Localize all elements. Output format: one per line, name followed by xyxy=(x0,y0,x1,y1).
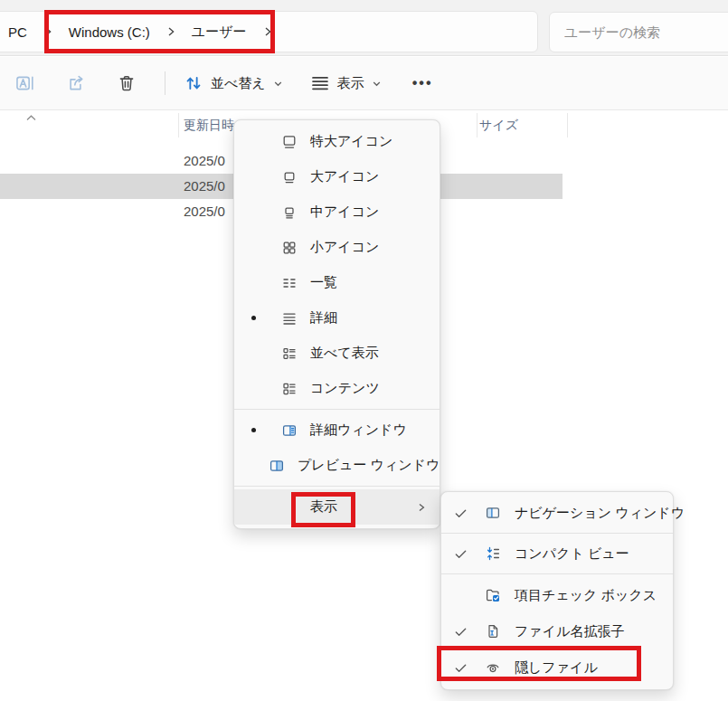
date-modified-cell: 2025/0 xyxy=(184,148,225,174)
column-divider[interactable] xyxy=(567,113,568,137)
show-submenu: ナビゲーション ウィンドウ コンパクト ビュー 項目チェック ボックス xyxy=(440,491,674,690)
menu-item-label: 小アイコン xyxy=(310,239,379,256)
menu-item-label: 表示 xyxy=(310,498,337,516)
menu-item-medium-icons[interactable]: 中アイコン xyxy=(234,194,440,230)
preview-pane-icon xyxy=(269,458,285,474)
large-icons-icon xyxy=(281,169,298,185)
selected-bullet-icon xyxy=(251,428,256,432)
menu-item-label: 一覧 xyxy=(310,274,337,291)
sort-ascending-icon xyxy=(25,114,37,122)
menu-item-large-icons[interactable]: 大アイコン xyxy=(234,159,440,194)
view-button[interactable]: 表示 xyxy=(303,66,389,100)
tiles-view-icon xyxy=(281,346,298,362)
navigation-pane-icon xyxy=(485,505,501,521)
submenu-item-file-extensions[interactable]: ファイル名拡張子 xyxy=(441,613,673,649)
menu-item-label: 大アイコン xyxy=(310,168,379,185)
chevron-down-icon xyxy=(273,79,283,89)
sort-arrows-icon xyxy=(184,73,203,93)
column-divider[interactable] xyxy=(178,113,179,137)
view-dropdown-menu: 特大アイコン 大アイコン 中アイコン 小アイコン xyxy=(233,119,440,529)
hidden-files-icon xyxy=(485,659,501,676)
more-icon: ••• xyxy=(412,75,433,91)
share-icon xyxy=(66,73,86,93)
submenu-item-label: 隠しファイル xyxy=(515,659,598,677)
item-checkboxes-icon xyxy=(485,587,501,603)
submenu-item-label: ファイル名拡張子 xyxy=(515,623,624,640)
menu-item-details-pane[interactable]: 詳細ウィンドウ xyxy=(234,412,440,448)
title-bar: PC Windows (C:) ユーザー xyxy=(0,0,728,56)
menu-item-details-view[interactable]: 詳細 xyxy=(234,300,440,336)
submenu-item-label: コンパクト ビュー xyxy=(515,545,629,563)
medium-icons-icon xyxy=(281,204,298,221)
compact-view-icon xyxy=(485,545,501,562)
list-view-icon xyxy=(281,275,298,291)
file-extensions-icon xyxy=(485,623,501,639)
view-button-label: 表示 xyxy=(337,75,364,92)
column-header-date-modified[interactable]: 更新日時 xyxy=(184,118,234,134)
submenu-item-hidden-files[interactable]: 隠しファイル xyxy=(441,649,673,686)
menu-item-label: 中アイコン xyxy=(310,204,379,221)
check-icon xyxy=(454,507,472,520)
menu-item-label: 詳細ウィンドウ xyxy=(310,422,407,439)
search-box[interactable] xyxy=(549,12,728,52)
details-view-icon xyxy=(281,310,298,327)
column-header-size[interactable]: サイズ xyxy=(479,118,518,134)
menu-separator xyxy=(234,409,440,410)
menu-separator xyxy=(441,533,673,534)
menu-item-label: プレビュー ウィンドウ xyxy=(298,457,440,474)
small-icons-icon xyxy=(281,240,298,256)
date-modified-cell: 2025/0 xyxy=(184,174,225,199)
delete-button[interactable] xyxy=(109,66,144,100)
menu-item-label: コンテンツ xyxy=(310,380,380,397)
date-modified-cell: 2025/0 xyxy=(184,199,225,224)
address-bar[interactable]: PC Windows (C:) ユーザー xyxy=(0,11,538,52)
sort-button[interactable]: 並べ替え xyxy=(176,66,290,100)
breadcrumb-item-drive[interactable]: Windows (C:) xyxy=(63,23,156,42)
search-input[interactable] xyxy=(550,24,713,40)
check-icon xyxy=(454,547,472,561)
selected-bullet-icon xyxy=(251,316,256,320)
menu-separator xyxy=(234,486,440,487)
menu-item-label: 詳細 xyxy=(310,309,337,327)
menu-item-label: 特大アイコン xyxy=(310,133,392,150)
command-bar: 並べ替え 表示 ••• xyxy=(0,57,728,110)
menu-item-tiles-view[interactable]: 並べて表示 xyxy=(234,336,440,371)
toolbar-divider xyxy=(165,71,165,95)
details-pane-icon xyxy=(281,422,298,439)
column-divider[interactable] xyxy=(477,113,477,137)
check-icon xyxy=(454,625,472,639)
menu-item-show-submenu[interactable]: 表示 xyxy=(234,489,440,525)
share-button[interactable] xyxy=(59,66,93,100)
menu-item-list-view[interactable]: 一覧 xyxy=(234,265,440,300)
more-button[interactable]: ••• xyxy=(405,68,440,99)
rename-icon xyxy=(15,73,35,93)
chevron-down-icon xyxy=(372,79,382,89)
submenu-item-item-checkboxes[interactable]: 項目チェック ボックス xyxy=(441,577,673,613)
submenu-item-navigation-pane[interactable]: ナビゲーション ウィンドウ xyxy=(441,496,673,530)
menu-item-content-view[interactable]: コンテンツ xyxy=(234,371,440,406)
breadcrumb-item-folder[interactable]: ユーザー xyxy=(186,22,252,43)
menu-item-extra-large-icons[interactable]: 特大アイコン xyxy=(234,124,440,159)
extra-large-icons-icon xyxy=(281,134,298,150)
submenu-item-label: 項目チェック ボックス xyxy=(515,587,657,604)
menu-separator xyxy=(441,573,673,574)
chevron-right-icon xyxy=(262,25,273,38)
content-view-icon xyxy=(281,381,298,397)
delete-icon xyxy=(117,73,137,93)
rename-button[interactable] xyxy=(8,66,43,100)
submenu-item-label: ナビゲーション ウィンドウ xyxy=(515,505,685,522)
menu-item-label: 並べて表示 xyxy=(310,345,379,362)
view-lines-icon xyxy=(310,73,330,93)
breadcrumb-item-pc[interactable]: PC xyxy=(3,23,33,42)
submenu-item-compact-view[interactable]: コンパクト ビュー xyxy=(441,536,673,571)
chevron-right-icon xyxy=(43,25,53,38)
chevron-right-icon xyxy=(165,25,176,38)
chevron-right-icon xyxy=(416,501,427,514)
menu-item-small-icons[interactable]: 小アイコン xyxy=(234,230,440,265)
sort-button-label: 並べ替え xyxy=(211,75,266,92)
check-icon xyxy=(454,661,472,675)
menu-item-preview-pane[interactable]: プレビュー ウィンドウ xyxy=(234,448,440,483)
